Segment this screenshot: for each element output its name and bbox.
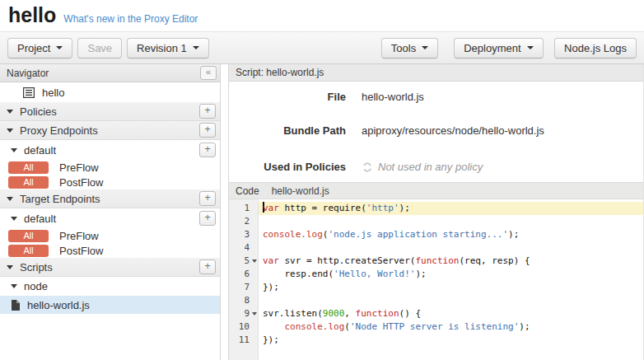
file-field-label: File (229, 91, 346, 103)
code-line[interactable]: var svr = http.createServer(function(req… (259, 255, 643, 268)
navigator-header: Navigator « (0, 64, 220, 82)
line-number: 9 (229, 307, 258, 320)
sidebar-item-proxy-preflow[interactable]: All PreFlow (0, 160, 220, 175)
caret-down-icon (193, 46, 199, 49)
used-in-policies-text: Not used in any policy (378, 161, 483, 173)
code-line[interactable] (259, 241, 643, 255)
sidebar-item-proxy-hello[interactable]: hello (0, 82, 220, 102)
target-endpoint-default-label: default (24, 213, 56, 225)
sidebar-item-proxy-postflow[interactable]: All PostFlow (0, 175, 220, 189)
line-number: 8 (229, 294, 258, 307)
proxy-endpoint-default-label: default (24, 144, 56, 157)
broken-link-icon (362, 161, 373, 173)
revision-menu-button[interactable]: Revision 1 (127, 38, 209, 58)
code-line[interactable]: console.log('node.js application startin… (259, 228, 643, 241)
proxy-name-label: hello (42, 86, 64, 99)
navigator-panel: Navigator « hello Policies + Proxy Endpo… (0, 64, 221, 360)
preflow-label: PreFlow (59, 161, 99, 174)
line-number: 5 (229, 255, 258, 268)
sidebar-section-proxy-endpoints[interactable]: Proxy Endpoints + (0, 121, 220, 140)
deployment-menu-button[interactable]: Deployment (454, 38, 543, 58)
project-menu-label: Project (17, 42, 50, 54)
line-number: 2 (229, 215, 258, 228)
sidebar-item-target-endpoint-default[interactable]: default + (0, 208, 220, 228)
collapse-sidebar-button[interactable]: « (200, 66, 217, 80)
flow-condition-badge: All (8, 161, 49, 174)
caret-down-icon (527, 46, 534, 49)
project-menu-button[interactable]: Project (7, 38, 72, 58)
scripts-node-label: node (24, 280, 48, 292)
code-tab-label: Code (236, 185, 259, 197)
sidebar-section-target-endpoints[interactable]: Target Endpoints + (0, 189, 220, 208)
flow-condition-badge: All (8, 230, 49, 242)
tools-menu-label: Tools (391, 42, 416, 54)
editor-gutter: 1234567891011 (229, 199, 259, 360)
proxy-endpoints-section-label: Proxy Endpoints (20, 124, 98, 137)
code-fold-icon[interactable] (252, 259, 257, 263)
line-number: 1 (229, 202, 258, 215)
save-button-label: Save (87, 42, 112, 54)
script-details: File hello-world.js Bundle Path apiproxy… (229, 82, 643, 182)
navigator-title: Navigator (7, 68, 200, 79)
add-policy-button[interactable]: + (199, 104, 216, 119)
sidebar-section-scripts[interactable]: Scripts + (0, 258, 220, 277)
disclosure-triangle-icon (7, 197, 13, 201)
code-line[interactable]: }); (259, 334, 643, 347)
sidebar-item-target-preflow[interactable]: All PreFlow (0, 228, 220, 243)
detail-row-bundle-path: Bundle Path apiproxy/resources/node/hell… (229, 124, 544, 137)
sidebar-item-proxy-endpoint-default[interactable]: default + (0, 140, 220, 160)
nodejs-logs-label: Node.js Logs (564, 42, 627, 54)
code-editor[interactable]: 1234567891011 var http = require('http')… (229, 199, 643, 360)
disclosure-triangle-icon (11, 148, 17, 152)
tools-menu-button[interactable]: Tools (381, 38, 438, 58)
code-tab-bar: Code hello-world.js (229, 182, 643, 199)
add-flow-button[interactable]: + (199, 143, 216, 157)
save-button[interactable]: Save (77, 38, 122, 58)
script-panel-header: Script: hello-world.js (229, 64, 643, 82)
whats-new-link[interactable]: What's new in the Proxy Editor (63, 13, 198, 25)
disclosure-triangle-icon (11, 217, 17, 221)
sidebar-item-target-postflow[interactable]: All PostFlow (0, 243, 220, 258)
postflow-label: PostFlow (59, 245, 103, 257)
postflow-label: PostFlow (59, 176, 103, 189)
bundle-path-field-label: Bundle Path (229, 124, 346, 137)
line-number: 11 (229, 334, 258, 347)
code-line[interactable]: var http = require('http'); (259, 202, 643, 215)
sidebar-section-policies[interactable]: Policies + (0, 102, 220, 121)
disclosure-triangle-icon (7, 265, 13, 269)
add-script-button[interactable]: + (199, 259, 216, 274)
code-line[interactable]: svr.listen(9000, function() { (259, 307, 643, 320)
target-endpoints-section-label: Target Endpoints (20, 193, 100, 205)
caret-down-icon (422, 46, 428, 49)
line-number: 4 (229, 241, 258, 255)
file-field-value: hello-world.js (362, 91, 424, 103)
code-line[interactable] (259, 294, 643, 307)
deployment-menu-label: Deployment (464, 42, 520, 54)
disclosure-triangle-icon (7, 110, 13, 114)
detail-row-used-in-policies: Used in Policies Not used in any policy (229, 161, 483, 173)
code-line[interactable] (259, 215, 643, 228)
scripts-section-label: Scripts (20, 261, 53, 274)
toolbar: Project Save Revision 1 Tools Deployment… (0, 31, 644, 64)
sidebar-item-scripts-node[interactable]: node (0, 277, 220, 296)
nodejs-logs-button[interactable]: Node.js Logs (554, 38, 637, 58)
code-line[interactable]: }); (259, 281, 643, 294)
policies-section-label: Policies (20, 105, 57, 118)
add-flow-button[interactable]: + (199, 211, 216, 226)
page-header: hello What's new in the Proxy Editor (0, 0, 644, 31)
list-icon (23, 87, 35, 98)
disclosure-triangle-icon (11, 284, 17, 288)
disclosure-triangle-icon (7, 129, 13, 133)
flow-condition-badge: All (8, 245, 49, 257)
sidebar-item-hello-world-js[interactable]: hello-world.js (0, 296, 220, 314)
editor-content[interactable]: var http = require('http');console.log('… (259, 199, 643, 360)
code-line[interactable]: console.log('Node HTTP server is listeni… (259, 320, 643, 334)
script-file-label: hello-world.js (27, 299, 90, 311)
page-title: hello (8, 2, 56, 27)
file-icon (12, 300, 20, 311)
add-proxy-endpoint-button[interactable]: + (199, 123, 216, 138)
code-line[interactable]: resp.end('Hello, World!'); (259, 268, 643, 281)
add-target-endpoint-button[interactable]: + (199, 191, 216, 206)
line-number: 6 (229, 268, 258, 281)
code-fold-icon[interactable] (252, 312, 257, 316)
